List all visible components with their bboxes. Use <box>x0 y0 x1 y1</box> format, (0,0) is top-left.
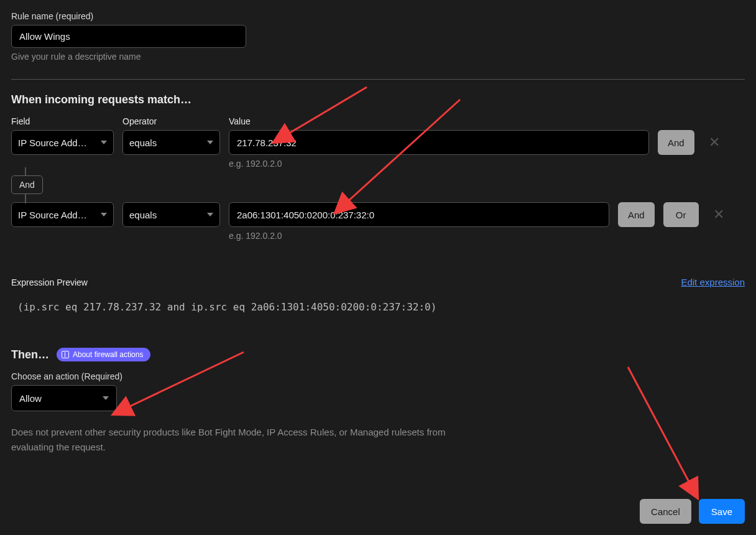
connector-label[interactable]: And <box>11 175 43 194</box>
rule-name-input[interactable] <box>11 25 246 48</box>
book-icon <box>62 351 69 358</box>
action-help: Does not prevent other security products… <box>11 425 484 455</box>
chevron-down-icon <box>101 141 107 144</box>
operator-select-value: equals <box>129 210 157 220</box>
match-title: When incoming requests match… <box>11 93 745 106</box>
annotation-overlay <box>0 0 756 535</box>
cancel-button[interactable]: Cancel <box>640 499 691 524</box>
field-select-value: IP Source Add… <box>18 137 87 148</box>
then-title: Then… <box>11 348 49 361</box>
field-select[interactable]: IP Source Add… <box>11 202 114 227</box>
rule-name-label: Rule name (required) <box>11 11 745 21</box>
column-headers: Field Operator Value <box>11 116 745 126</box>
choose-action-label: Choose an action (Required) <box>11 371 745 381</box>
close-icon[interactable]: ✕ <box>707 130 722 155</box>
connector: And <box>25 169 745 202</box>
operator-select-value: equals <box>129 137 157 148</box>
condition-row: IP Source Add… equals e.g. 192.0.2.0 And… <box>11 130 745 169</box>
chevron-down-icon <box>101 213 107 216</box>
operator-select[interactable]: equals <box>122 130 220 155</box>
chevron-down-icon <box>207 141 213 144</box>
action-select-value: Allow <box>19 393 42 404</box>
expression-preview-label: Expression Preview <box>11 277 88 287</box>
badge-text: About firewall actions <box>73 350 143 359</box>
header-operator: Operator <box>122 116 220 126</box>
value-hint: e.g. 192.0.2.0 <box>229 159 649 169</box>
field-select[interactable]: IP Source Add… <box>11 130 114 155</box>
action-select[interactable]: Allow <box>11 385 117 411</box>
close-icon[interactable]: ✕ <box>711 202 726 227</box>
chevron-down-icon <box>103 396 109 400</box>
rule-name-section: Rule name (required) Give your rule a de… <box>11 11 745 62</box>
rule-name-help: Give your rule a descriptive name <box>11 52 745 62</box>
value-hint: e.g. 192.0.2.0 <box>229 231 609 241</box>
and-button[interactable]: And <box>658 130 694 155</box>
value-input[interactable] <box>229 202 609 227</box>
operator-select[interactable]: equals <box>122 202 220 227</box>
expression-code: (ip.src eq 217.78.237.32 and ip.src eq 2… <box>11 301 745 313</box>
preview-header: Expression Preview Edit expression <box>11 277 745 287</box>
edit-expression-link[interactable]: Edit expression <box>681 277 745 287</box>
and-button[interactable]: And <box>618 202 655 227</box>
chevron-down-icon <box>207 213 213 216</box>
footer-buttons: Cancel Save <box>640 499 745 524</box>
save-button[interactable]: Save <box>699 499 745 524</box>
value-input[interactable] <box>229 130 649 155</box>
field-select-value: IP Source Add… <box>18 210 87 220</box>
divider <box>11 79 745 80</box>
arrow-annotation <box>628 367 690 484</box>
header-field: Field <box>11 116 114 126</box>
about-firewall-actions-badge[interactable]: About firewall actions <box>57 348 150 361</box>
then-header: Then… About firewall actions <box>11 348 745 361</box>
or-button[interactable]: Or <box>663 202 699 227</box>
header-value: Value <box>229 116 745 126</box>
condition-row: IP Source Add… equals e.g. 192.0.2.0 And… <box>11 202 745 241</box>
